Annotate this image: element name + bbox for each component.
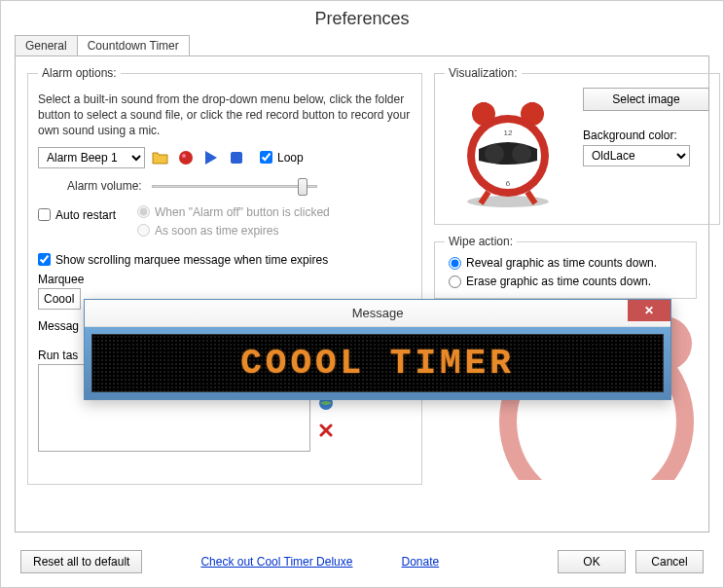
alarm-options-group: Alarm options: Select a built-in sound f… bbox=[27, 66, 422, 485]
reveal-graphic-label: Reveal graphic as time counts down. bbox=[466, 256, 657, 270]
window-title: Preferences bbox=[1, 1, 723, 35]
loop-label: Loop bbox=[277, 151, 304, 165]
cancel-button[interactable]: Cancel bbox=[635, 550, 704, 573]
svg-point-0 bbox=[179, 151, 193, 165]
auto-restart-label: Auto restart bbox=[55, 208, 116, 222]
marquee-message-label: Marquee bbox=[38, 273, 73, 286]
wipe-action-group: Wipe action: Reveal graphic as time coun… bbox=[434, 235, 697, 299]
auto-restart-checkbox[interactable] bbox=[38, 208, 51, 221]
loop-checkbox[interactable] bbox=[260, 151, 272, 164]
visualization-group: Visualization: 12 6 bbox=[434, 66, 720, 225]
reset-all-button[interactable]: Reset all to default bbox=[20, 550, 142, 573]
folder-icon[interactable] bbox=[151, 148, 170, 167]
svg-point-1 bbox=[182, 154, 186, 158]
svg-point-11 bbox=[485, 144, 504, 164]
show-marquee-label: Show scrolling marquee message when time… bbox=[55, 253, 328, 267]
svg-point-12 bbox=[512, 144, 531, 164]
record-icon[interactable] bbox=[176, 148, 196, 167]
erase-graphic-label: Erase graphic as time counts down. bbox=[466, 275, 651, 288]
message-dialog: Message ✕ COOOL TIMER bbox=[84, 299, 671, 400]
when-alarm-off-label: When "Alarm off" button is clicked bbox=[155, 205, 330, 219]
run-task-label: Run tas bbox=[38, 349, 73, 362]
svg-rect-8 bbox=[529, 102, 535, 112]
alarm-volume-label: Alarm volume: bbox=[67, 179, 142, 193]
svg-text:6: 6 bbox=[506, 179, 511, 188]
play-icon[interactable] bbox=[201, 148, 221, 167]
alarm-instructions: Select a built-in sound from the drop-do… bbox=[38, 92, 412, 139]
background-color-label: Background color: bbox=[583, 129, 709, 142]
alarm-sound-select[interactable]: Alarm Beep 1 bbox=[38, 147, 145, 168]
when-alarm-off-radio bbox=[137, 205, 150, 218]
reveal-graphic-radio[interactable] bbox=[449, 257, 461, 270]
show-marquee-checkbox[interactable] bbox=[38, 253, 51, 266]
visualization-legend: Visualization: bbox=[445, 66, 522, 80]
deluxe-link[interactable]: Check out Cool Timer Deluxe bbox=[200, 555, 352, 569]
as-soon-expires-radio bbox=[137, 224, 150, 237]
background-color-select[interactable]: OldLace bbox=[583, 145, 690, 166]
wipe-action-legend: Wipe action: bbox=[445, 235, 517, 248]
svg-text:12: 12 bbox=[504, 129, 513, 137]
erase-graphic-radio[interactable] bbox=[449, 276, 461, 288]
message-dialog-title: Message bbox=[85, 306, 670, 320]
tab-general[interactable]: General bbox=[15, 35, 78, 55]
alarm-volume-slider[interactable] bbox=[152, 176, 317, 196]
tab-countdown-timer[interactable]: Countdown Timer bbox=[77, 35, 190, 55]
delete-icon[interactable] bbox=[316, 421, 336, 440]
donate-link[interactable]: Donate bbox=[401, 555, 439, 569]
marquee-text-input[interactable] bbox=[38, 288, 81, 310]
select-image-button[interactable]: Select image bbox=[583, 88, 709, 111]
as-soon-expires-label: As soon as time expires bbox=[155, 224, 278, 238]
close-icon[interactable]: ✕ bbox=[628, 300, 670, 321]
svg-rect-2 bbox=[231, 152, 242, 164]
alarm-options-legend: Alarm options: bbox=[38, 66, 121, 80]
message-font-label: Messag bbox=[38, 319, 73, 333]
stop-icon[interactable] bbox=[227, 148, 246, 167]
ok-button[interactable]: OK bbox=[558, 550, 626, 573]
svg-rect-7 bbox=[481, 102, 487, 112]
marquee-display: COOOL TIMER bbox=[91, 334, 664, 392]
visualization-preview: 12 6 bbox=[445, 88, 571, 214]
